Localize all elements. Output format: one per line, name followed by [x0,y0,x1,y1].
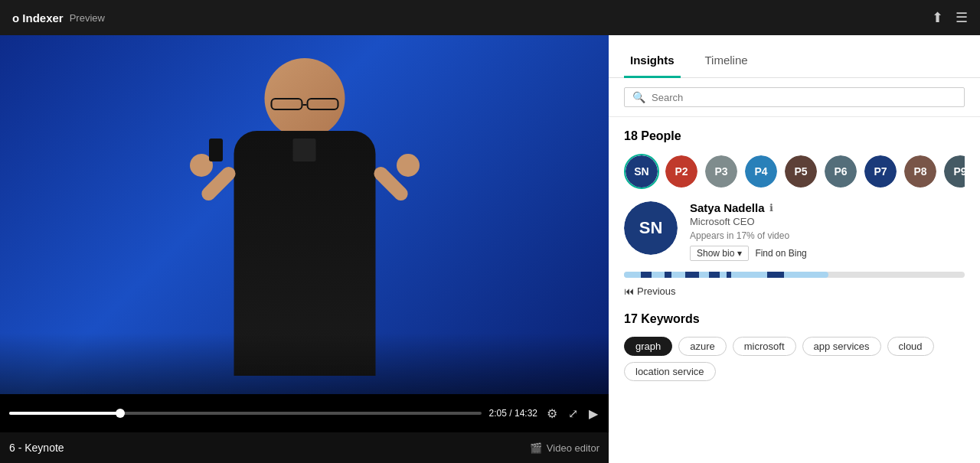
avatar-6[interactable]: P6 [823,154,858,189]
keyword-microsoft[interactable]: microsoft [733,337,796,356]
settings-icon[interactable]: ⚙ [545,405,559,422]
panel-content[interactable]: 18 People SN P2 P3 P4 P5 P [609,117,980,463]
menu-icon[interactable]: ☰ [956,9,968,26]
top-bar-left: o Indexer Preview [12,11,105,24]
person-name-row: Satya Nadella ℹ [690,201,965,214]
avatar-4[interactable]: P4 [743,154,779,189]
previous-button[interactable]: ⏮ Previous [624,285,965,297]
bottom-bar: 6 - Keynote 🎬 Video editor [0,432,609,463]
avatar-8[interactable]: P8 [903,154,938,189]
avatar-2[interactable]: P2 [664,154,699,189]
keyword-azure[interactable]: azure [678,337,727,356]
person-appears: Appears in 17% of video [690,230,965,241]
timeline-track [624,272,965,278]
video-editor-icon: 🎬 [530,442,542,454]
top-bar: o Indexer Preview ⬆ ☰ [0,0,980,35]
main-content: 2:05 / 14:32 ⚙ ⤢ ▶ 6 - Keynote 🎬 Video e… [0,35,980,463]
keywords-section-title: 17 Keywords [624,312,965,326]
person-timeline-bar [624,272,965,278]
app-name: o Indexer [12,11,64,24]
avatar-7[interactable]: P7 [863,154,898,189]
tab-timeline[interactable]: Timeline [699,44,754,78]
preview-badge: Preview [70,12,105,24]
insights-panel: Insights Timeline 🔍 18 People SN P2 [609,35,980,463]
selected-person-avatar: SN [624,201,678,255]
play-icon[interactable]: ▶ [587,405,599,422]
keyword-graph[interactable]: graph [624,337,672,356]
keyword-app-services[interactable]: app services [802,337,881,356]
person-info: Satya Nadella ℹ Microsoft CEO Appears in… [690,201,965,261]
search-bar: 🔍 [609,78,980,117]
person-job-title: Microsoft CEO [690,216,965,227]
avatar-3[interactable]: P3 [704,154,739,189]
tabs-bar: Insights Timeline [609,35,980,78]
person-head [264,58,345,139]
search-input-wrap: 🔍 [624,87,965,107]
upload-icon[interactable]: ⬆ [932,9,943,26]
avatar-5[interactable]: P5 [783,154,818,189]
video-controls: 2:05 / 14:32 ⚙ ⤢ ▶ [0,394,609,432]
progress-fill [9,412,120,415]
previous-icon: ⏮ [624,285,634,297]
tab-insights[interactable]: Insights [624,44,681,78]
video-background [0,35,609,394]
avatar-9[interactable]: P9 [942,154,965,189]
time-display: 2:05 / 14:32 [489,408,537,419]
progress-bar[interactable] [9,412,482,415]
avatar-1[interactable]: SN [624,154,659,189]
people-avatars: SN P2 P3 P4 P5 P6 P7 [624,154,965,189]
show-bio-button[interactable]: Show bio ▾ [690,246,749,261]
keyword-cloud[interactable]: cloud [887,337,934,356]
video-area[interactable] [0,35,609,394]
keyword-location-service[interactable]: location service [624,362,716,381]
find-on-bing-button[interactable]: Find on Bing [755,248,806,259]
top-bar-right: ⬆ ☰ [932,9,968,26]
keywords-wrap: graph azure microsoft app services cloud… [624,337,965,381]
expand-icon[interactable]: ⤢ [567,405,580,422]
search-input[interactable] [652,92,956,103]
person-name: Satya Nadella [690,201,765,214]
person-card: SN Satya Nadella ℹ Microsoft CEO Appears… [624,201,965,261]
person-actions: Show bio ▾ Find on Bing [690,246,965,261]
video-panel: 2:05 / 14:32 ⚙ ⤢ ▶ 6 - Keynote 🎬 Video e… [0,35,609,463]
video-title: 6 - Keynote [9,442,64,454]
video-editor-button[interactable]: 🎬 Video editor [530,442,599,454]
search-icon: 🔍 [632,91,645,103]
chevron-down-icon: ▾ [737,248,742,259]
person-info-icon[interactable]: ℹ [769,202,773,214]
progress-thumb [116,409,125,418]
people-section-title: 18 People [624,129,965,143]
